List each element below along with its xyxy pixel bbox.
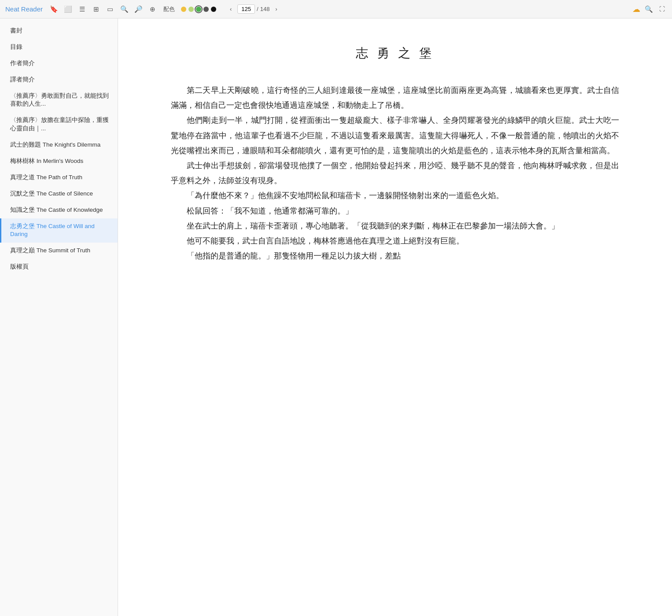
content-paragraph: 他們剛走到一半，城門打開，從裡面衝出一隻超級龐大、樣子非常嚇人、全身閃耀著發光的… <box>171 113 619 158</box>
content-paragraph: 他可不能要我，武士自言自語地說，梅林答應過他在真理之道上絕對沒有巨龍。 <box>171 233 619 248</box>
sidebar-item[interactable]: 書封 <box>0 23 118 39</box>
search-small-icon[interactable]: 🔍 <box>119 4 129 14</box>
fullscreen-icon[interactable]: ⛶ <box>657 4 667 14</box>
bookmark-icon[interactable]: 🔖 <box>49 4 59 14</box>
content-paragraph: 武士伸出手想拔劍，卻當場發現他撲了一個空，他開始發起抖來，用沙啞、幾乎聽不見的聲… <box>171 158 619 188</box>
sidebar-item[interactable]: 目錄 <box>0 39 118 55</box>
content-body: 第二天早上天剛破曉，這行奇怪的三人組到達最後一座城堡，這座城堡比前面兩座更為高聳… <box>171 83 619 263</box>
content-paragraph: 第二天早上天剛破曉，這行奇怪的三人組到達最後一座城堡，這座城堡比前面兩座更為高聳… <box>171 83 619 113</box>
grid-icon[interactable]: ⊞ <box>91 4 101 14</box>
topbar: Neat Reader 🔖 ⬜ ☰ ⊞ ▭ 🔍 🔎 ⊕ 配色 ‹ / 148 ›… <box>0 0 672 18</box>
color-dot-black[interactable] <box>211 7 216 12</box>
sidebar-item[interactable]: 版權頁 <box>0 259 118 275</box>
page-total: 148 <box>260 6 270 12</box>
sidebar-item[interactable]: 武士的難題 The Knight's Dilemma <box>0 137 118 153</box>
content-paragraph: 「為什麼他不來？」他焦躁不安地問松鼠和瑞蓓卡，一邊躲開怪物射出來的一道藍色火焰。 <box>171 188 619 203</box>
copy-icon[interactable]: ⬜ <box>63 4 73 14</box>
sidebar-item[interactable]: 譯者簡介 <box>0 72 118 88</box>
sidebar-item[interactable]: 知識之堡 The Castle of Knowledge <box>0 202 118 218</box>
sidebar-item[interactable]: 作者簡介 <box>0 55 118 72</box>
color-dot-darkgray[interactable] <box>203 7 209 12</box>
sidebar-item[interactable]: 沉默之堡 The Castle of Silence <box>0 186 118 202</box>
layout: 書封目錄作者簡介譯者簡介〈推薦序〉勇敢面對自己，就能找到喜歡的人生...〈推薦序… <box>0 0 672 616</box>
content-paragraph: 「他指的是普通的龍。」那隻怪物用一種足以力拔大樹，差點 <box>171 248 619 263</box>
next-page-button[interactable]: › <box>271 4 281 14</box>
chapter-title: 志 勇 之 堡 <box>171 45 619 62</box>
cloud-icon[interactable]: ☁ <box>632 4 640 14</box>
sidebar-item[interactable]: 志勇之堡 The Castle of Will and Daring <box>0 218 118 243</box>
sidebar-item[interactable]: 真理之巔 The Summit of Truth <box>0 243 118 259</box>
color-label: 配色 <box>163 5 175 13</box>
content-paragraph: 松鼠回答：「我不知道，他通常都滿可靠的。」 <box>171 203 619 218</box>
sidebar-item[interactable]: 真理之道 The Path of Truth <box>0 170 118 186</box>
content-paragraph: 坐在武士的肩上，瑞蓓卡歪著頭，專心地聽著。「從我聽到的來判斷，梅林正在巴黎參加一… <box>171 218 619 233</box>
view-icon[interactable]: ▭ <box>105 4 115 14</box>
menu-icon[interactable]: ☰ <box>77 4 87 14</box>
sidebar: 書封目錄作者簡介譯者簡介〈推薦序〉勇敢面對自己，就能找到喜歡的人生...〈推薦序… <box>0 18 118 616</box>
sidebar-item[interactable]: 梅林樹林 In Merlin's Woods <box>0 153 118 170</box>
search-large-icon[interactable]: 🔎 <box>133 4 143 14</box>
page-navigation: ‹ / 148 › <box>226 4 281 14</box>
page-number-input[interactable] <box>237 4 255 14</box>
sidebar-item[interactable]: 〈推薦序〉放膽在童話中探險，重獲心靈自由｜... <box>0 112 118 137</box>
search-right-icon[interactable]: 🔍 <box>644 4 654 14</box>
add-icon[interactable]: ⊕ <box>148 4 157 14</box>
color-selector <box>181 7 216 12</box>
sidebar-item[interactable]: 〈推薦序〉勇敢面對自己，就能找到喜歡的人生... <box>0 88 118 113</box>
color-dot-green[interactable] <box>196 7 201 12</box>
prev-page-button[interactable]: ‹ <box>226 4 236 14</box>
right-toolbar: ☁ 🔍 ⛶ <box>632 4 667 14</box>
color-dot-lightgreen[interactable] <box>188 7 194 12</box>
main-content: 志 勇 之 堡 第二天早上天剛破曉，這行奇怪的三人組到達最後一座城堡，這座城堡比… <box>118 18 672 616</box>
page-separator: / <box>257 6 258 12</box>
color-dot-yellow[interactable] <box>181 7 186 12</box>
app-title: Neat Reader <box>5 5 43 13</box>
